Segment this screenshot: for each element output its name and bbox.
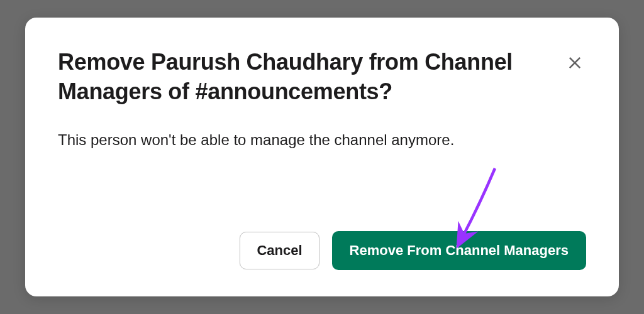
modal-title: Remove Paurush Chaudhary from Channel Ma… (58, 48, 548, 107)
confirm-button[interactable]: Remove From Channel Managers (332, 231, 586, 270)
close-button[interactable] (564, 51, 586, 76)
modal-header: Remove Paurush Chaudhary from Channel Ma… (58, 48, 586, 107)
modal-description: This person won't be able to manage the … (58, 129, 586, 151)
confirmation-modal: Remove Paurush Chaudhary from Channel Ma… (25, 18, 619, 296)
close-icon (566, 54, 584, 72)
cancel-button[interactable]: Cancel (240, 232, 319, 269)
modal-footer: Cancel Remove From Channel Managers (240, 231, 586, 270)
